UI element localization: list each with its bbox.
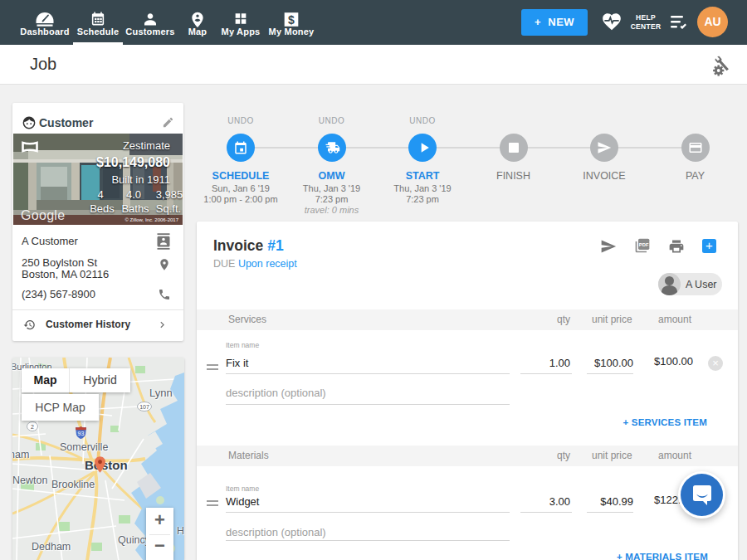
svg-text:PDF: PDF bbox=[639, 242, 649, 247]
svg-text:2: 2 bbox=[31, 424, 34, 430]
svg-text:$: $ bbox=[288, 13, 295, 27]
svg-text:107: 107 bbox=[139, 404, 149, 410]
svg-text:93: 93 bbox=[78, 431, 85, 436]
